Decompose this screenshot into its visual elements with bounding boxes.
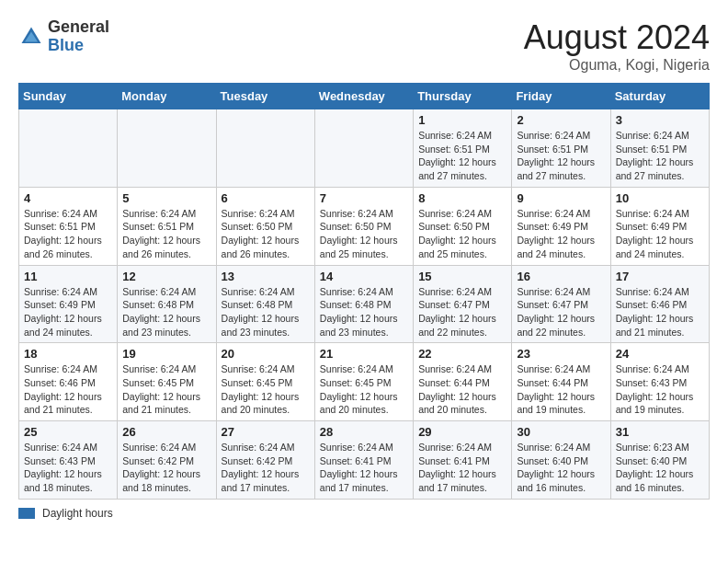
- day-number: 10: [616, 191, 704, 205]
- day-info: Sunrise: 6:24 AM Sunset: 6:51 PM Dayligh…: [418, 129, 506, 183]
- day-of-week-header: Tuesday: [216, 84, 314, 109]
- day-info: Sunrise: 6:24 AM Sunset: 6:50 PM Dayligh…: [222, 207, 310, 261]
- day-number: 4: [24, 191, 112, 205]
- day-number: 24: [616, 347, 704, 361]
- logo-icon: [18, 24, 44, 50]
- day-info: Sunrise: 6:24 AM Sunset: 6:41 PM Dayligh…: [418, 441, 506, 495]
- calendar-cell: 15Sunrise: 6:24 AM Sunset: 6:47 PM Dayli…: [414, 265, 512, 343]
- calendar-week-row: 1Sunrise: 6:24 AM Sunset: 6:51 PM Daylig…: [19, 109, 710, 188]
- title-block: August 2024 Oguma, Kogi, Nigeria: [524, 18, 710, 74]
- calendar-cell: 14Sunrise: 6:24 AM Sunset: 6:48 PM Dayli…: [314, 265, 413, 343]
- calendar-cell: 22Sunrise: 6:24 AM Sunset: 6:44 PM Dayli…: [414, 343, 512, 421]
- logo-general-text: General: [48, 17, 109, 36]
- day-of-week-header: Thursday: [414, 84, 512, 109]
- day-info: Sunrise: 6:24 AM Sunset: 6:48 PM Dayligh…: [320, 285, 408, 339]
- day-number: 31: [616, 425, 704, 439]
- calendar-cell: 12Sunrise: 6:24 AM Sunset: 6:48 PM Dayli…: [118, 265, 216, 343]
- day-number: 29: [418, 425, 506, 439]
- calendar-cell: 27Sunrise: 6:24 AM Sunset: 6:42 PM Dayli…: [216, 421, 314, 500]
- calendar-cell: 16Sunrise: 6:24 AM Sunset: 6:47 PM Dayli…: [512, 265, 610, 343]
- calendar-cell: 29Sunrise: 6:24 AM Sunset: 6:41 PM Dayli…: [414, 421, 512, 500]
- day-info: Sunrise: 6:24 AM Sunset: 6:48 PM Dayligh…: [222, 285, 310, 339]
- calendar-cell: 28Sunrise: 6:24 AM Sunset: 6:41 PM Dayli…: [314, 421, 413, 500]
- calendar-cell: [314, 109, 413, 188]
- calendar-cell: 21Sunrise: 6:24 AM Sunset: 6:45 PM Dayli…: [314, 343, 413, 421]
- day-info: Sunrise: 6:24 AM Sunset: 6:44 PM Dayligh…: [517, 362, 605, 417]
- day-number: 8: [418, 191, 506, 205]
- daylight-legend-color: [18, 508, 35, 519]
- calendar-cell: 19Sunrise: 6:24 AM Sunset: 6:45 PM Dayli…: [118, 343, 216, 421]
- day-number: 1: [418, 113, 506, 127]
- day-info: Sunrise: 6:24 AM Sunset: 6:46 PM Dayligh…: [24, 362, 112, 417]
- calendar-cell: 5Sunrise: 6:24 AM Sunset: 6:51 PM Daylig…: [118, 187, 216, 265]
- calendar-cell: [19, 109, 118, 188]
- calendar-week-row: 11Sunrise: 6:24 AM Sunset: 6:49 PM Dayli…: [19, 265, 710, 343]
- day-number: 12: [122, 270, 210, 283]
- calendar-week-row: 25Sunrise: 6:24 AM Sunset: 6:43 PM Dayli…: [19, 421, 710, 500]
- day-number: 26: [122, 425, 210, 439]
- day-number: 18: [24, 347, 112, 361]
- calendar-cell: 13Sunrise: 6:24 AM Sunset: 6:48 PM Dayli…: [216, 265, 314, 343]
- day-number: 15: [418, 270, 506, 283]
- daylight-legend-label: Daylight hours: [42, 507, 113, 520]
- day-number: 28: [320, 425, 408, 439]
- location-title: Oguma, Kogi, Nigeria: [524, 57, 710, 74]
- calendar-cell: 7Sunrise: 6:24 AM Sunset: 6:50 PM Daylig…: [314, 187, 413, 265]
- day-info: Sunrise: 6:24 AM Sunset: 6:49 PM Dayligh…: [517, 207, 605, 261]
- day-of-week-header: Monday: [118, 84, 216, 109]
- day-info: Sunrise: 6:24 AM Sunset: 6:43 PM Dayligh…: [616, 362, 704, 417]
- day-info: Sunrise: 6:23 AM Sunset: 6:40 PM Dayligh…: [616, 441, 704, 495]
- day-info: Sunrise: 6:24 AM Sunset: 6:49 PM Dayligh…: [24, 285, 112, 339]
- calendar-header-row: SundayMondayTuesdayWednesdayThursdayFrid…: [19, 84, 710, 109]
- calendar-cell: 6Sunrise: 6:24 AM Sunset: 6:50 PM Daylig…: [216, 187, 314, 265]
- calendar-cell: 26Sunrise: 6:24 AM Sunset: 6:42 PM Dayli…: [118, 421, 216, 500]
- day-info: Sunrise: 6:24 AM Sunset: 6:47 PM Dayligh…: [418, 285, 506, 339]
- day-info: Sunrise: 6:24 AM Sunset: 6:47 PM Dayligh…: [517, 285, 605, 339]
- calendar-cell: 10Sunrise: 6:24 AM Sunset: 6:49 PM Dayli…: [610, 187, 709, 265]
- day-info: Sunrise: 6:24 AM Sunset: 6:51 PM Dayligh…: [517, 129, 605, 183]
- calendar-cell: 2Sunrise: 6:24 AM Sunset: 6:51 PM Daylig…: [512, 109, 610, 188]
- day-info: Sunrise: 6:24 AM Sunset: 6:44 PM Dayligh…: [418, 362, 506, 417]
- day-of-week-header: Saturday: [610, 84, 709, 109]
- calendar-week-row: 4Sunrise: 6:24 AM Sunset: 6:51 PM Daylig…: [19, 187, 710, 265]
- calendar-cell: 9Sunrise: 6:24 AM Sunset: 6:49 PM Daylig…: [512, 187, 610, 265]
- day-number: 6: [222, 191, 310, 205]
- day-number: 14: [320, 270, 408, 283]
- calendar-cell: 30Sunrise: 6:24 AM Sunset: 6:40 PM Dayli…: [512, 421, 610, 500]
- logo: General Blue: [18, 18, 109, 55]
- day-number: 9: [517, 191, 605, 205]
- calendar-cell: 20Sunrise: 6:24 AM Sunset: 6:45 PM Dayli…: [216, 343, 314, 421]
- calendar-cell: 8Sunrise: 6:24 AM Sunset: 6:50 PM Daylig…: [414, 187, 512, 265]
- day-number: 17: [616, 270, 704, 283]
- day-info: Sunrise: 6:24 AM Sunset: 6:50 PM Dayligh…: [418, 207, 506, 261]
- calendar-cell: [118, 109, 216, 188]
- day-of-week-header: Sunday: [19, 84, 118, 109]
- calendar-table: SundayMondayTuesdayWednesdayThursdayFrid…: [18, 83, 710, 500]
- day-number: 23: [517, 347, 605, 361]
- calendar-cell: 24Sunrise: 6:24 AM Sunset: 6:43 PM Dayli…: [610, 343, 709, 421]
- calendar-cell: 18Sunrise: 6:24 AM Sunset: 6:46 PM Dayli…: [19, 343, 118, 421]
- day-info: Sunrise: 6:24 AM Sunset: 6:51 PM Dayligh…: [616, 129, 704, 183]
- day-number: 21: [320, 347, 408, 361]
- calendar-cell: 3Sunrise: 6:24 AM Sunset: 6:51 PM Daylig…: [610, 109, 709, 188]
- calendar-cell: 23Sunrise: 6:24 AM Sunset: 6:44 PM Dayli…: [512, 343, 610, 421]
- day-info: Sunrise: 6:24 AM Sunset: 6:50 PM Dayligh…: [320, 207, 408, 261]
- calendar-week-row: 18Sunrise: 6:24 AM Sunset: 6:46 PM Dayli…: [19, 343, 710, 421]
- day-info: Sunrise: 6:24 AM Sunset: 6:43 PM Dayligh…: [24, 441, 112, 495]
- logo-blue-text: Blue: [48, 36, 84, 54]
- day-number: 16: [517, 270, 605, 283]
- legend: Daylight hours: [18, 507, 710, 520]
- page-header: General Blue August 2024 Oguma, Kogi, Ni…: [18, 18, 710, 74]
- day-number: 7: [320, 191, 408, 205]
- day-of-week-header: Friday: [512, 84, 610, 109]
- day-info: Sunrise: 6:24 AM Sunset: 6:45 PM Dayligh…: [122, 362, 210, 417]
- day-number: 2: [517, 113, 605, 127]
- day-info: Sunrise: 6:24 AM Sunset: 6:51 PM Dayligh…: [122, 207, 210, 261]
- calendar-cell: 11Sunrise: 6:24 AM Sunset: 6:49 PM Dayli…: [19, 265, 118, 343]
- calendar-cell: [216, 109, 314, 188]
- calendar-cell: 17Sunrise: 6:24 AM Sunset: 6:46 PM Dayli…: [610, 265, 709, 343]
- day-info: Sunrise: 6:24 AM Sunset: 6:41 PM Dayligh…: [320, 441, 408, 495]
- day-number: 5: [122, 191, 210, 205]
- logo-text: General Blue: [48, 18, 109, 55]
- day-number: 22: [418, 347, 506, 361]
